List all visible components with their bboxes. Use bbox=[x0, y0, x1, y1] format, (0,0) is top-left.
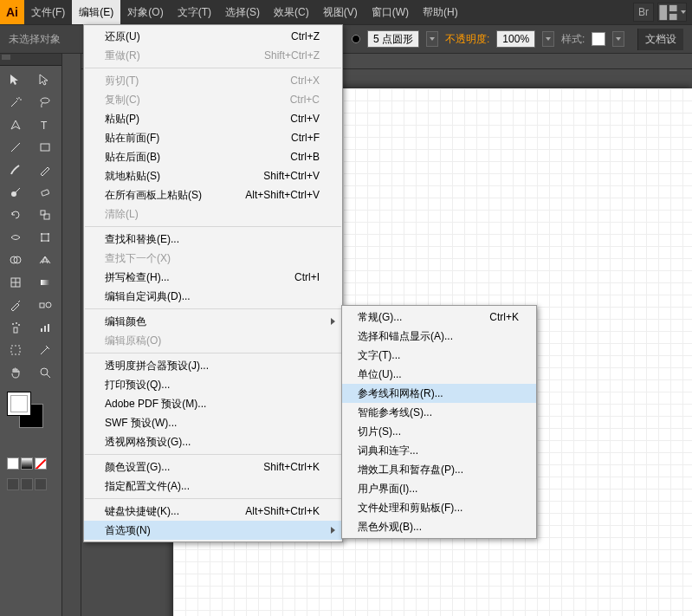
rotate-tool[interactable] bbox=[3, 204, 29, 225]
arrange-docs-button[interactable] bbox=[657, 3, 687, 22]
tools-panel: T bbox=[0, 54, 62, 616]
slice-tool[interactable] bbox=[32, 340, 58, 360]
menu-find-next[interactable]: 查找下一个(X) bbox=[84, 249, 342, 268]
menu-view[interactable]: 视图(V) bbox=[316, 0, 365, 24]
doc-setup-button[interactable]: 文档设 bbox=[637, 29, 683, 50]
prefs-selection-anchor[interactable]: 选择和锚点显示(A)... bbox=[342, 327, 536, 346]
prefs-smart-guides[interactable]: 智能参考线(S)... bbox=[342, 403, 536, 422]
menu-paste-front[interactable]: 贴在前面(F)Ctrl+F bbox=[84, 128, 342, 147]
menu-assign-profile[interactable]: 指定配置文件(A)... bbox=[84, 477, 342, 496]
opacity-label[interactable]: 不透明度: bbox=[445, 32, 489, 47]
eyedropper-tool[interactable] bbox=[3, 295, 29, 315]
menu-paste[interactable]: 粘贴(P)Ctrl+V bbox=[84, 109, 342, 128]
menu-redo[interactable]: 重做(R)Shift+Ctrl+Z bbox=[84, 46, 342, 65]
scale-tool[interactable] bbox=[32, 204, 58, 225]
tools-grip[interactable] bbox=[0, 54, 61, 66]
mesh-tool[interactable] bbox=[3, 272, 29, 293]
menu-file[interactable]: 文件(F) bbox=[24, 0, 72, 24]
menu-undo[interactable]: 还原(U)Ctrl+Z bbox=[84, 27, 342, 46]
pencil-tool[interactable] bbox=[32, 159, 58, 180]
blob-brush-tool[interactable] bbox=[3, 182, 29, 203]
menu-cut[interactable]: 剪切(T)Ctrl+X bbox=[84, 71, 342, 90]
prefs-guides-grid[interactable]: 参考线和网格(R)... bbox=[342, 384, 536, 403]
screen-mode-normal[interactable] bbox=[7, 478, 19, 490]
style-dropdown[interactable] bbox=[612, 31, 624, 47]
menu-perspective-presets[interactable]: 透视网格预设(G)... bbox=[84, 432, 342, 451]
menu-effect[interactable]: 效果(C) bbox=[267, 0, 316, 24]
type-tool[interactable]: T bbox=[32, 114, 58, 135]
perspective-grid-tool[interactable] bbox=[32, 250, 58, 270]
svg-point-27 bbox=[18, 324, 20, 326]
menu-find-replace[interactable]: 查找和替换(E)... bbox=[84, 230, 342, 249]
color-mode-icon[interactable] bbox=[7, 457, 19, 470]
svg-point-15 bbox=[48, 240, 49, 242]
bridge-button[interactable]: Br bbox=[633, 3, 654, 22]
menu-object[interactable]: 对象(O) bbox=[120, 0, 170, 24]
hand-tool[interactable] bbox=[3, 362, 29, 383]
zoom-tool[interactable] bbox=[32, 362, 58, 383]
screen-mode-full[interactable] bbox=[21, 478, 33, 490]
direct-selection-tool[interactable] bbox=[32, 69, 58, 90]
menu-custom-dict[interactable]: 编辑自定词典(D)... bbox=[84, 287, 342, 306]
free-transform-tool[interactable] bbox=[32, 227, 58, 248]
svg-point-3 bbox=[41, 98, 49, 103]
magic-wand-tool[interactable] bbox=[3, 92, 29, 113]
ruler-vertical[interactable] bbox=[62, 54, 81, 616]
menu-select[interactable]: 选择(S) bbox=[218, 0, 267, 24]
prefs-black-appearance[interactable]: 黑色外观(B)... bbox=[342, 517, 536, 536]
artboard-tool[interactable] bbox=[3, 340, 29, 360]
shape-builder-tool[interactable] bbox=[3, 250, 29, 270]
selection-tool[interactable] bbox=[3, 69, 29, 90]
opacity-field[interactable]: 100% bbox=[496, 30, 535, 48]
preferences-submenu: 常规(G)...Ctrl+K 选择和锚点显示(A)... 文字(T)... 单位… bbox=[341, 305, 537, 539]
menu-type[interactable]: 文字(T) bbox=[171, 0, 218, 24]
lasso-tool[interactable] bbox=[32, 92, 58, 113]
prefs-file-clipboard[interactable]: 文件处理和剪贴板(F)... bbox=[342, 498, 536, 517]
menu-paste-back[interactable]: 贴在后面(B)Ctrl+B bbox=[84, 147, 342, 166]
color-swatches[interactable] bbox=[0, 386, 61, 475]
menu-edit[interactable]: 编辑(E) bbox=[72, 0, 120, 24]
menu-clear[interactable]: 清除(L) bbox=[84, 204, 342, 224]
prefs-type[interactable]: 文字(T)... bbox=[342, 346, 536, 365]
line-tool[interactable] bbox=[3, 137, 29, 158]
svg-line-33 bbox=[47, 374, 50, 378]
menu-color-settings[interactable]: 颜色设置(G)...Shift+Ctrl+K bbox=[84, 457, 342, 477]
rectangle-tool[interactable] bbox=[32, 137, 58, 158]
menu-spell-check[interactable]: 拼写检查(H)...Ctrl+I bbox=[84, 268, 342, 287]
menu-help[interactable]: 帮助(H) bbox=[416, 0, 465, 24]
width-tool[interactable] bbox=[3, 227, 29, 248]
pen-tool[interactable] bbox=[3, 114, 29, 135]
prefs-units[interactable]: 单位(U)... bbox=[342, 365, 536, 384]
symbol-sprayer-tool[interactable] bbox=[3, 317, 29, 338]
menu-edit-colors[interactable]: 编辑颜色 bbox=[84, 312, 342, 331]
eraser-tool[interactable] bbox=[32, 182, 58, 203]
fill-swatch[interactable] bbox=[7, 392, 31, 416]
prefs-hyphenation[interactable]: 词典和连字... bbox=[342, 441, 536, 460]
prefs-slices[interactable]: 切片(S)... bbox=[342, 422, 536, 441]
prefs-ui[interactable]: 用户界面(I)... bbox=[342, 479, 536, 498]
opacity-dropdown[interactable] bbox=[542, 31, 554, 47]
screen-mode-present[interactable] bbox=[35, 478, 47, 490]
stroke-field[interactable]: 5 点圆形 bbox=[367, 30, 419, 48]
menu-window[interactable]: 窗口(W) bbox=[365, 0, 416, 24]
menu-print-presets[interactable]: 打印预设(Q)... bbox=[84, 375, 342, 394]
menu-paste-place[interactable]: 就地粘贴(S)Shift+Ctrl+V bbox=[84, 166, 342, 185]
blend-tool[interactable] bbox=[32, 295, 58, 315]
gradient-tool[interactable] bbox=[32, 272, 58, 293]
menu-preferences[interactable]: 首选项(N) bbox=[84, 521, 342, 540]
menu-keyboard-shortcuts[interactable]: 键盘快捷键(K)...Alt+Shift+Ctrl+K bbox=[84, 502, 342, 521]
menu-copy[interactable]: 复制(C)Ctrl+C bbox=[84, 90, 342, 109]
paintbrush-tool[interactable] bbox=[3, 159, 29, 180]
stroke-dropdown[interactable] bbox=[426, 31, 438, 47]
none-mode-icon[interactable] bbox=[35, 457, 47, 470]
menu-pdf-presets[interactable]: Adobe PDF 预设(M)... bbox=[84, 394, 342, 413]
prefs-general[interactable]: 常规(G)...Ctrl+K bbox=[342, 308, 536, 327]
graph-tool[interactable] bbox=[32, 317, 58, 338]
style-swatch[interactable] bbox=[592, 32, 605, 46]
gradient-mode-icon[interactable] bbox=[21, 457, 33, 470]
menu-transparency-presets[interactable]: 透明度拼合器预设(J)... bbox=[84, 356, 342, 375]
menu-paste-all[interactable]: 在所有画板上粘贴(S)Alt+Shift+Ctrl+V bbox=[84, 185, 342, 204]
prefs-plugins[interactable]: 增效工具和暂存盘(P)... bbox=[342, 460, 536, 479]
menu-edit-original[interactable]: 编辑原稿(O) bbox=[84, 331, 342, 350]
menu-swf-presets[interactable]: SWF 预设(W)... bbox=[84, 413, 342, 432]
